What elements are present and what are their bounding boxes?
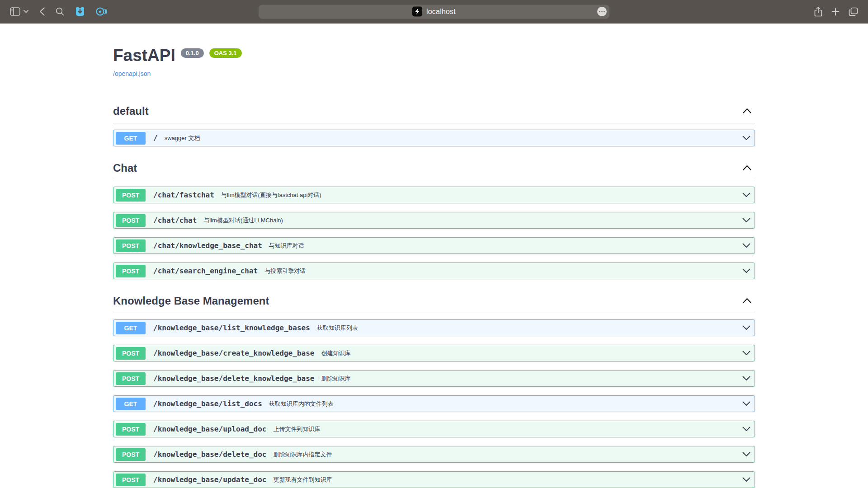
expand-endpoint-button[interactable] — [742, 216, 750, 225]
endpoint-row[interactable]: POST /knowledge_base/delete_knowledge_ba… — [113, 370, 755, 387]
endpoint-description: 与llm模型对话(直接与fastchat api对话) — [221, 191, 321, 199]
endpoint-path: /knowledge_base/upload_doc — [153, 425, 266, 433]
operations: GET /knowledge_base/list_knowledge_bases… — [113, 313, 755, 488]
collapse-section-button[interactable] — [743, 298, 755, 305]
oas-badge: OAS 3.1 — [209, 48, 242, 58]
method-badge: POST — [116, 189, 146, 202]
endpoint-path: / — [153, 134, 158, 142]
site-favicon — [412, 7, 422, 17]
endpoint-path: /knowledge_base/create_knowledge_base — [153, 349, 314, 357]
chevron-down-icon — [24, 10, 28, 13]
expand-endpoint-button[interactable] — [742, 375, 750, 383]
toolbar-right-group — [814, 7, 858, 17]
chevron-down-icon — [742, 425, 750, 433]
section-title: Knowledge Base Management — [113, 295, 269, 307]
method-badge: POST — [116, 214, 146, 227]
new-tab-button[interactable] — [831, 8, 840, 16]
expand-endpoint-button[interactable] — [742, 134, 750, 142]
endpoint-row[interactable]: POST /chat/chat 与llm模型对话(通过LLMChain) — [113, 212, 755, 229]
endpoint-description: 与知识库对话 — [269, 242, 304, 250]
back-button[interactable] — [39, 7, 45, 16]
endpoint-row[interactable]: POST /knowledge_base/create_knowledge_ba… — [113, 345, 755, 361]
method-badge: POST — [116, 239, 146, 252]
method-badge: POST — [116, 423, 146, 436]
endpoint-row[interactable]: POST /chat/knowledge_base_chat 与知识库对话 — [113, 237, 755, 254]
expand-endpoint-button[interactable] — [742, 425, 750, 433]
endpoint-path: /chat/search_engine_chat — [153, 267, 258, 275]
api-info: FastAPI 0.1.0 OAS 3.1 /openapi.json — [113, 23, 755, 78]
chevron-down-icon — [742, 375, 750, 383]
expand-endpoint-button[interactable] — [742, 267, 750, 275]
expand-endpoint-button[interactable] — [742, 349, 750, 357]
expand-endpoint-button[interactable] — [742, 191, 750, 199]
new-tab-icon — [831, 8, 840, 16]
share-icon — [814, 7, 822, 17]
endpoint-row[interactable]: POST /chat/search_engine_chat 与搜索引擎对话 — [113, 263, 755, 279]
section-header[interactable]: default — [113, 100, 755, 123]
tab-overview-icon — [849, 7, 858, 16]
chevron-down-icon — [742, 476, 750, 484]
extension-radar-button[interactable] — [96, 7, 107, 16]
section-knowledge-base-management: Knowledge Base Management GET /knowledge… — [113, 290, 755, 488]
endpoint-description: 获取知识库列表 — [317, 324, 358, 332]
chevron-down-icon — [742, 349, 750, 357]
sidebar-toggle-icon — [10, 7, 20, 16]
browser-toolbar: localhost — [0, 0, 868, 23]
search-button[interactable] — [56, 7, 64, 16]
chevron-down-icon — [742, 242, 750, 250]
endpoint-row[interactable]: POST /chat/fastchat 与llm模型对话(直接与fastchat… — [113, 187, 755, 203]
section-default: default GET / swagger 文档 — [113, 100, 755, 146]
endpoint-description: 删除知识库内指定文件 — [273, 450, 332, 459]
endpoint-description: 与搜索引擎对话 — [264, 267, 306, 275]
expand-endpoint-button[interactable] — [742, 242, 750, 250]
extension-download-button[interactable] — [75, 6, 85, 17]
collapse-section-button[interactable] — [743, 108, 755, 115]
tab-overview-button[interactable] — [849, 7, 858, 16]
collapse-section-button[interactable] — [743, 165, 755, 172]
method-badge: POST — [116, 372, 146, 385]
method-badge: GET — [116, 322, 146, 334]
method-badge: GET — [116, 398, 146, 410]
method-badge: POST — [116, 448, 146, 461]
endpoint-path: /knowledge_base/update_doc — [153, 475, 266, 484]
endpoint-path: /chat/knowledge_base_chat — [153, 241, 262, 250]
chevron-down-icon — [742, 267, 750, 275]
openapi-spec-link[interactable]: /openapi.json — [113, 70, 151, 77]
radar-extension-icon — [96, 7, 107, 16]
endpoint-description: 删除知识库 — [321, 375, 350, 383]
chevron-up-icon — [743, 298, 751, 305]
endpoint-row[interactable]: POST /knowledge_base/delete_doc 删除知识库内指定… — [113, 446, 755, 463]
endpoint-description: 获取知识库内的文件列表 — [269, 400, 334, 408]
page-menu-button[interactable] — [597, 7, 607, 16]
endpoint-row[interactable]: GET /knowledge_base/list_docs 获取知识库内的文件列… — [113, 395, 755, 412]
endpoint-description: swagger 文档 — [165, 134, 200, 142]
endpoint-description: 创建知识库 — [321, 349, 350, 357]
chevron-down-icon — [742, 324, 750, 332]
share-button[interactable] — [814, 7, 822, 17]
endpoint-description: 上传文件到知识库 — [273, 425, 320, 433]
address-bar[interactable]: localhost — [259, 5, 609, 19]
method-badge: GET — [116, 132, 146, 145]
chevron-down-icon — [742, 450, 750, 459]
section-header[interactable]: Knowledge Base Management — [113, 290, 755, 313]
section-title: Chat — [113, 162, 137, 174]
sidebar-toggle-button[interactable] — [10, 7, 20, 16]
endpoint-path: /knowledge_base/list_knowledge_bases — [153, 324, 310, 332]
method-badge: POST — [116, 474, 146, 486]
expand-endpoint-button[interactable] — [742, 476, 750, 484]
api-sections: default GET / swagger 文档 Chat — [113, 78, 755, 488]
search-icon — [56, 7, 64, 16]
chevron-down-icon — [742, 216, 750, 225]
expand-endpoint-button[interactable] — [742, 450, 750, 459]
sidebar-menu-chevron-button[interactable] — [24, 10, 28, 13]
expand-endpoint-button[interactable] — [742, 324, 750, 332]
expand-endpoint-button[interactable] — [742, 400, 750, 408]
toolbar-left-group — [10, 6, 107, 17]
endpoint-row[interactable]: POST /knowledge_base/update_doc 更新现有文件到知… — [113, 471, 755, 488]
endpoint-row[interactable]: GET / swagger 文档 — [113, 130, 755, 146]
page-menu-ellipsis-icon — [599, 11, 605, 12]
back-icon — [39, 7, 45, 16]
section-header[interactable]: Chat — [113, 157, 755, 180]
endpoint-row[interactable]: POST /knowledge_base/upload_doc 上传文件到知识库 — [113, 421, 755, 437]
endpoint-row[interactable]: GET /knowledge_base/list_knowledge_bases… — [113, 319, 755, 336]
